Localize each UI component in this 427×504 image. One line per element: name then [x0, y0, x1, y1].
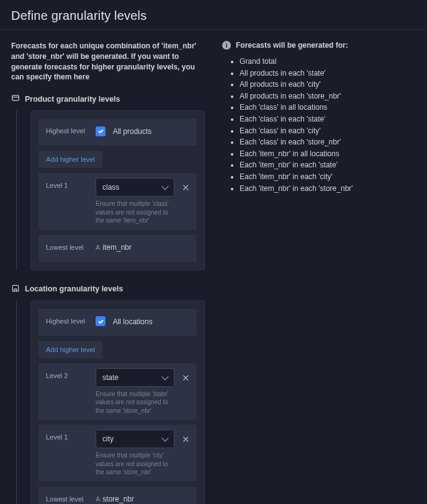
- location-panel: Highest level All locations Add higher l…: [30, 301, 205, 504]
- product-level-1-select[interactable]: class: [96, 178, 174, 197]
- location-level-2-select[interactable]: state: [96, 368, 174, 387]
- list-item: Each 'item_nbr' in each 'store_nbr': [240, 183, 416, 195]
- forecasts-heading: i Forecasts will be generated for:: [222, 41, 416, 50]
- list-item: Each 'class' in all locations: [240, 102, 416, 113]
- list-item: Each 'class' in each 'city': [240, 125, 416, 137]
- location-add-higher-level[interactable]: Add higher level: [38, 341, 102, 358]
- row-label: Highest level: [38, 118, 96, 135]
- all-products-checkbox[interactable]: [96, 126, 106, 136]
- location-level-1-select[interactable]: city: [96, 430, 174, 448]
- page-title: Define granularity levels: [11, 9, 416, 23]
- list-item: Each 'class' in each 'state': [240, 113, 416, 125]
- intro-text: Forecasts for each unique combination of…: [11, 41, 205, 82]
- row-label: Level 1: [38, 173, 96, 189]
- info-icon: i: [222, 41, 231, 50]
- store-icon: [11, 284, 20, 294]
- remove-level-button[interactable]: ✕: [179, 369, 192, 387]
- list-item: All products in each 'store_nbr': [240, 91, 416, 102]
- page-header: Define granularity levels: [0, 0, 427, 30]
- product-section-title: Product granularity levels: [11, 94, 205, 104]
- list-item: All products in each 'state': [240, 68, 416, 79]
- product-highest-row: Highest level All products: [38, 118, 197, 146]
- list-item: Each 'item_nbr' in all locations: [240, 148, 416, 160]
- svg-rect-0: [12, 95, 19, 100]
- close-icon: ✕: [182, 434, 190, 445]
- list-item: Each 'item_nbr' in each 'state': [240, 159, 416, 171]
- list-item: Grand total: [240, 56, 416, 68]
- list-item: All products in each 'city': [240, 79, 416, 91]
- list-item: Each 'item_nbr' in each 'city': [240, 171, 416, 183]
- helper-text: Ensure that multiple 'state' values are …: [96, 390, 174, 415]
- row-label: Level 1: [38, 425, 96, 441]
- row-label: Lowest level: [38, 235, 96, 251]
- remove-level-button[interactable]: ✕: [179, 431, 192, 448]
- all-products-label: All products: [113, 127, 152, 136]
- all-locations-label: All locations: [113, 317, 153, 325]
- helper-text: Ensure that multiple 'city' values are n…: [96, 451, 174, 477]
- product-level-row: Level 1 class Ensure that multiple 'clas…: [38, 173, 197, 230]
- all-locations-checkbox[interactable]: [96, 316, 106, 326]
- location-level-row: Level 2 state Ensure that multiple 'stat…: [38, 363, 197, 420]
- card-icon: [11, 94, 20, 104]
- list-item: Each 'class' in each 'store_nbr': [240, 136, 416, 148]
- remove-level-button[interactable]: ✕: [179, 179, 192, 197]
- row-label: Highest level: [38, 309, 96, 325]
- product-panel: Highest level All products Add higher le…: [30, 110, 205, 270]
- product-lowest-row: Lowest level Aitem_nbr: [38, 235, 197, 262]
- forecast-list: Grand total All products in each 'state'…: [222, 56, 416, 194]
- row-label: Lowest level: [38, 487, 96, 503]
- location-section-title: Location granularity levels: [11, 284, 205, 294]
- row-label: Level 2: [38, 363, 96, 379]
- location-lowest-row: Lowest level Astore_nbr: [38, 487, 197, 504]
- helper-text: Ensure that multiple 'class' values are …: [96, 200, 174, 225]
- close-icon: ✕: [182, 373, 190, 384]
- location-highest-row: Highest level All locations: [38, 309, 197, 336]
- location-level-row: Level 1 city Ensure that multiple 'city'…: [38, 425, 197, 482]
- product-add-higher-level[interactable]: Add higher level: [38, 151, 102, 168]
- close-icon: ✕: [182, 182, 190, 193]
